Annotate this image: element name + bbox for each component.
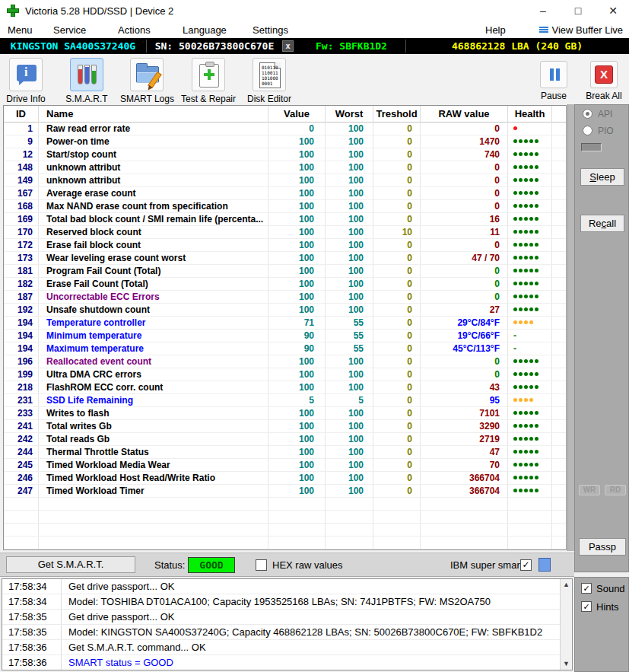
vertical-splitter[interactable] — [567, 104, 574, 551]
smart-button[interactable]: S.M.A.R.T — [64, 58, 110, 104]
minimize-button[interactable]: – — [528, 0, 558, 22]
table-row[interactable]: 194Maximum temperature9055045°C/113°F- — [4, 342, 566, 355]
disk-editor-button[interactable]: 010110 110011 101000 0001 Disk Editor — [243, 58, 295, 104]
menu-item-service[interactable]: Service — [53, 24, 86, 36]
maximize-button[interactable]: □ — [563, 0, 593, 22]
table-row[interactable]: 192Unsafe shutdown count100100027 — [4, 304, 566, 317]
log-scrollbar[interactable]: ▲ ▼ — [560, 579, 572, 670]
scroll-up-icon[interactable]: ▲ — [561, 579, 572, 591]
empty-cell — [508, 537, 552, 549]
attribute-worst: 100 — [326, 291, 373, 303]
table-row[interactable]: 1Raw read error rate010000 — [4, 123, 566, 135]
menu-item-menu[interactable]: Menu — [8, 24, 33, 36]
health-dot — [524, 450, 528, 454]
menu-item-help[interactable]: Help — [485, 24, 506, 36]
get-smart-button[interactable]: Get S.M.A.R.T. — [6, 556, 135, 573]
table-row[interactable]: 199Ultra DMA CRC errors10010000 — [4, 368, 566, 381]
row-filler — [552, 226, 566, 238]
pause-button[interactable]: Pause — [534, 58, 573, 101]
health-dot — [519, 385, 523, 389]
info-bubble-icon — [17, 65, 37, 81]
health-dot — [529, 398, 533, 402]
attribute-value: 100 — [268, 226, 326, 238]
table-row[interactable]: 181Program Fail Count (Total)10010000 — [4, 265, 566, 278]
scroll-down-icon[interactable]: ▼ — [561, 658, 572, 670]
attribute-worst: 100 — [326, 187, 373, 199]
table-row[interactable]: 182Erase Fail Count (Total)10010000 — [4, 278, 566, 291]
attribute-health — [508, 407, 552, 419]
table-row[interactable]: 169Total bad block count / SMI remain li… — [4, 213, 566, 226]
drive-info-button[interactable]: Drive Info — [5, 58, 47, 104]
sleep-button[interactable]: Sleep — [580, 168, 624, 186]
menu-item-settings[interactable]: Settings — [253, 24, 288, 36]
table-row[interactable]: 172Erase fail block count10010000 — [4, 239, 566, 252]
device-model: KINGSTON SA400S37240G — [0, 40, 146, 52]
health-dot — [513, 204, 517, 208]
recall-button[interactable]: Recall — [580, 215, 624, 232]
health-dot — [519, 450, 523, 454]
table-row[interactable]: 242Total reads Gb10010002719 — [4, 433, 566, 446]
passp-button[interactable]: Passp — [579, 538, 626, 556]
attribute-raw-value: 3290 — [421, 420, 508, 432]
log-message: Get S.M.A.R.T. command... OK — [62, 640, 206, 654]
view-buffer-live-button[interactable]: View Buffer Live — [539, 24, 623, 36]
ibm-smart-indicator[interactable] — [538, 558, 551, 572]
table-row[interactable]: 170Reserved block count1001001011 — [4, 226, 566, 239]
health-dot — [529, 489, 533, 492]
attribute-treshold: 0 — [373, 485, 421, 497]
health-dot — [519, 178, 523, 182]
table-row[interactable]: 149unknown attribut10010000 — [4, 174, 566, 187]
smart-logs-button[interactable]: SMART Logs — [120, 58, 173, 104]
table-row[interactable]: 196Reallocated event count10010000 — [4, 355, 566, 368]
table-row[interactable]: 187Uncorrectable ECC Errors10010000 — [4, 291, 566, 304]
table-row[interactable]: 233Writes to flash10010007101 — [4, 407, 566, 420]
table-row[interactable]: 194Temperature controller7155029°C/84°F — [4, 317, 566, 330]
table-row[interactable]: 244Thermal Throttle Status100100047 — [4, 446, 566, 459]
attribute-value: 100 — [268, 213, 326, 225]
table-row[interactable]: 218FlashROM ECC corr. count100100043 — [4, 381, 566, 394]
attribute-id: 242 — [4, 433, 39, 445]
menu-item-actions[interactable]: Actions — [118, 24, 151, 36]
close-button[interactable]: ✕ — [598, 0, 628, 22]
attribute-treshold: 0 — [373, 135, 421, 148]
table-row[interactable]: 173Wear leveling erase count worst100100… — [4, 252, 566, 265]
empty-row — [4, 498, 566, 511]
ibm-super-smart-checkbox[interactable] — [520, 559, 532, 571]
health-dot — [513, 243, 517, 247]
table-row[interactable]: 168Max NAND erase count from specificati… — [4, 200, 566, 213]
health-dot — [524, 463, 528, 467]
table-row[interactable]: 12Start/stop count1001000740 — [4, 148, 566, 161]
table-row[interactable]: 241Total writes Gb10010003290 — [4, 420, 566, 433]
table-row[interactable]: 9Power-on time10010001470 — [4, 135, 566, 148]
progress-indicator — [581, 143, 602, 151]
attribute-id: 247 — [4, 485, 39, 497]
health-dot — [529, 437, 533, 441]
row-filler — [552, 342, 566, 355]
sound-checkbox[interactable] — [581, 583, 592, 594]
device-close-button[interactable]: x — [282, 40, 294, 52]
table-row[interactable]: 194Minimum temperature9055019°C/66°F- — [4, 330, 566, 342]
table-row[interactable]: 148unknown attribut10010000 — [4, 161, 566, 174]
table-row[interactable]: 246Timed Workload Host Read/Write Ratio1… — [4, 472, 566, 485]
attribute-raw-value: 45°C/113°F — [421, 342, 508, 355]
attribute-worst: 100 — [326, 355, 373, 368]
attribute-health — [508, 226, 552, 238]
attribute-worst: 55 — [326, 342, 373, 355]
attribute-health — [508, 394, 552, 406]
hints-checkbox[interactable] — [581, 601, 592, 612]
attribute-raw-value: 366704 — [421, 472, 508, 484]
table-row[interactable]: 167Average erase count10010000 — [4, 187, 566, 200]
test-repair-button[interactable]: Test & Repair — [179, 58, 237, 104]
attribute-treshold: 0 — [373, 459, 421, 471]
health-dot — [529, 230, 533, 234]
table-row[interactable]: 231SSD Life Remaining55095 — [4, 394, 566, 407]
table-row[interactable]: 247Timed Workload Timer1001000366704 — [4, 485, 566, 498]
break-all-button[interactable]: X Break All — [583, 58, 625, 101]
attribute-treshold: 0 — [373, 330, 421, 342]
table-row[interactable]: 245Timed Workload Media Wear100100070 — [4, 459, 566, 472]
row-filler — [552, 381, 566, 393]
hex-raw-values-checkbox[interactable] — [256, 559, 267, 571]
menu-item-language[interactable]: Language — [183, 24, 227, 36]
attribute-name: Thermal Throttle Status — [39, 446, 268, 458]
health-dot — [519, 463, 523, 467]
